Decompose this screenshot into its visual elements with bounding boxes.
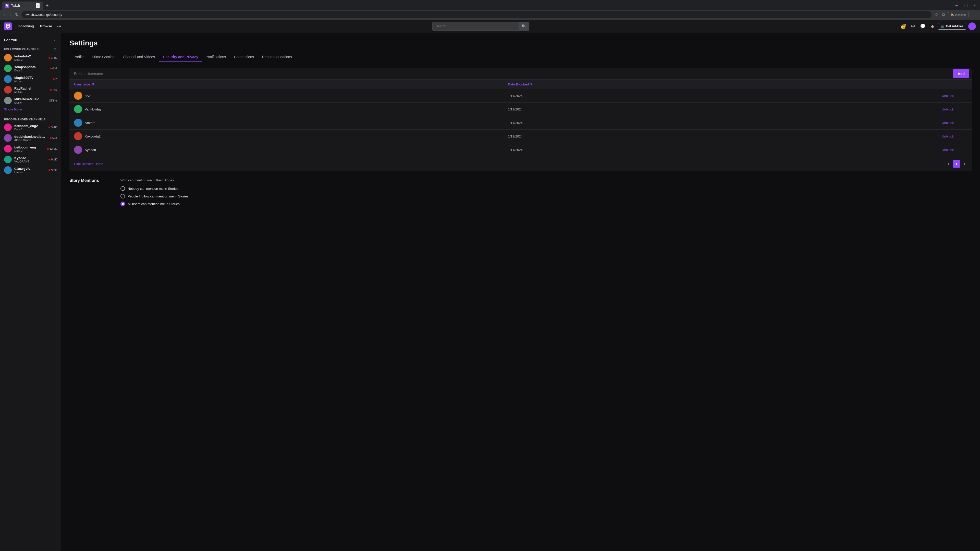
radio-item-following[interactable]: People I follow can mention me in Storie… bbox=[121, 194, 188, 198]
channel-avatar bbox=[4, 145, 12, 152]
show-more-button[interactable]: Show More bbox=[0, 106, 61, 113]
username-column-label: Username bbox=[74, 83, 90, 86]
tab-profile[interactable]: Profile bbox=[69, 52, 88, 62]
blocked-username: Kokodota2 bbox=[85, 135, 100, 138]
incognito-badge[interactable]: 🕵 Incognito bbox=[948, 12, 969, 17]
blocked-users-table: Username ⇕ Date Blocked ▾ nAts bbox=[69, 79, 972, 156]
blocked-user-avatar bbox=[74, 146, 82, 154]
sidebar-channel-item[interactable]: betboom_eng2 Dota 2 3.4K bbox=[0, 122, 61, 133]
blocked-users-section: Add Username ⇕ Date Blocked ▾ bbox=[69, 68, 972, 171]
refresh-button[interactable]: ↻ bbox=[14, 11, 19, 18]
action-cell: Unblock bbox=[942, 135, 967, 138]
channel-info: MikaRoseMusic Music bbox=[14, 97, 46, 104]
table-row: Amram 1/11/2024 Unblock bbox=[69, 116, 972, 129]
address-bar-input[interactable] bbox=[21, 11, 932, 18]
bookmark-button[interactable]: ☆ bbox=[934, 11, 939, 18]
radio-item-all[interactable]: All users can mention me in Stories bbox=[121, 202, 188, 206]
sidebar-channel-item[interactable]: Kyedae VALORANT 9.1K bbox=[0, 154, 61, 165]
tab-connections[interactable]: Connections bbox=[230, 52, 258, 62]
new-tab-button[interactable]: + bbox=[44, 2, 51, 10]
sidebar-channel-item[interactable]: Magic899TV Music 2 bbox=[0, 74, 61, 84]
channel-game: Albion Online bbox=[14, 138, 47, 141]
unblock-button[interactable]: Unblock bbox=[942, 135, 954, 138]
forward-button[interactable]: › bbox=[8, 11, 12, 18]
channel-avatar bbox=[4, 65, 12, 72]
add-blocked-user-button[interactable]: Add bbox=[953, 69, 969, 78]
previous-page-button[interactable]: ‹ bbox=[945, 160, 951, 167]
blocked-username: VanHoliday bbox=[85, 107, 102, 111]
sidebar-channel-item[interactable]: CDawgVA Lifeline 9.2K bbox=[0, 165, 61, 176]
followed-channels-header: FOLLOWED CHANNELS ⇅ bbox=[0, 45, 61, 52]
more-options-button[interactable]: ⋮ bbox=[971, 11, 977, 18]
close-window-button[interactable]: × bbox=[972, 2, 978, 9]
tab-security-and-privacy[interactable]: Security and Privacy bbox=[159, 52, 202, 62]
user-avatar[interactable] bbox=[968, 22, 976, 30]
app-header: Following Browse ••• 🔍 👑 ✉ 💬 ◆ 📺 Get Ad-… bbox=[0, 20, 980, 33]
sidebar-channel-item[interactable]: RayRachel Music 785 bbox=[0, 84, 61, 95]
get-ad-free-button[interactable]: 📺 Get Ad-Free bbox=[938, 23, 966, 30]
tab-favicon bbox=[5, 3, 9, 8]
radio-item-nobody[interactable]: Nobody can mention me in Stories bbox=[121, 186, 188, 191]
svg-rect-1 bbox=[8, 25, 9, 26]
sidebar-channel-item[interactable]: solapsapdota Dota 2 446 bbox=[0, 63, 61, 74]
current-page-button[interactable]: 1 bbox=[953, 160, 960, 168]
search-button[interactable]: 🔍 bbox=[519, 22, 529, 30]
user-cell: Sydeon bbox=[74, 146, 508, 154]
tab-notifications[interactable]: Notifications bbox=[202, 52, 230, 62]
sidebar-channel-item[interactable]: MikaRoseMusic Music Offline bbox=[0, 95, 61, 106]
browse-nav-button[interactable]: Browse bbox=[38, 23, 55, 30]
channel-avatar bbox=[4, 75, 12, 83]
unblock-button[interactable]: Unblock bbox=[942, 94, 954, 98]
username-input[interactable] bbox=[69, 68, 951, 79]
story-mentions-title: Story Mentions bbox=[69, 178, 110, 183]
notifications-button[interactable]: 💬 bbox=[918, 22, 927, 30]
date-blocked-cell: 1/11/2024 bbox=[508, 94, 942, 98]
channel-avatar bbox=[4, 124, 12, 131]
unblock-button[interactable]: Unblock bbox=[942, 148, 954, 152]
back-button[interactable]: ‹ bbox=[3, 11, 6, 18]
search-box: 🔍 bbox=[432, 22, 529, 30]
browser-tab[interactable]: Twitch × bbox=[2, 2, 43, 10]
tab-prime-gaming[interactable]: Prime Gaming bbox=[88, 52, 119, 62]
tab-bar: Twitch × + − ❐ × bbox=[0, 0, 980, 10]
hide-blocked-users-button[interactable]: Hide Blocked Users bbox=[74, 162, 103, 166]
more-nav-button[interactable]: ••• bbox=[56, 22, 63, 30]
channel-avatar bbox=[4, 166, 12, 174]
next-page-button[interactable]: › bbox=[962, 160, 967, 167]
crown-button[interactable]: ◆ bbox=[929, 22, 936, 30]
username-column-header[interactable]: Username ⇕ bbox=[74, 82, 508, 86]
radio-label-nobody: Nobody can mention me in Stories bbox=[127, 187, 178, 191]
channel-game: Dota 2 bbox=[14, 58, 46, 61]
channel-avatar bbox=[4, 156, 12, 163]
live-dot bbox=[48, 127, 50, 128]
channel-viewers: 3.4K bbox=[48, 56, 57, 59]
minimize-button[interactable]: − bbox=[953, 2, 959, 9]
following-nav-button[interactable]: Following bbox=[16, 23, 37, 30]
blocked-user-avatar bbox=[74, 105, 82, 113]
extension-button[interactable]: ⧉ bbox=[941, 11, 946, 18]
tab-close-button[interactable]: × bbox=[36, 3, 40, 8]
channel-name: betboom_eng2 bbox=[14, 124, 46, 128]
unblock-button[interactable]: Unblock bbox=[942, 121, 954, 125]
search-input[interactable] bbox=[433, 22, 519, 30]
blocked-username: nAts bbox=[85, 94, 91, 98]
channel-game: Dota 2 bbox=[14, 69, 47, 72]
channel-game: Music bbox=[14, 101, 46, 104]
sidebar-channel-item[interactable]: doublebacknvalbi... Albion Online 523 bbox=[0, 133, 61, 143]
channel-name: Kyedae bbox=[14, 156, 46, 160]
live-dot bbox=[50, 137, 52, 139]
maximize-button[interactable]: ❐ bbox=[962, 2, 969, 9]
date-column-header[interactable]: Date Blocked ▾ bbox=[508, 82, 942, 86]
sort-channels-button[interactable]: ⇅ bbox=[54, 47, 57, 51]
prime-button[interactable]: 👑 bbox=[899, 22, 907, 30]
channel-viewers: 446 bbox=[50, 67, 57, 70]
channel-info: RayRachel Music bbox=[14, 86, 47, 94]
sidebar-channel-item[interactable]: betboom_eng Dota 2 12.1K bbox=[0, 143, 61, 154]
tab-channel-and-videos[interactable]: Channel and Videos bbox=[119, 52, 159, 62]
sidebar-channel-item[interactable]: kukudota2 Dota 2 3.4K bbox=[0, 52, 61, 63]
collapse-sidebar-button[interactable]: ← bbox=[53, 38, 57, 42]
blocked-username: Amram bbox=[85, 121, 95, 125]
inbox-button[interactable]: ✉ bbox=[910, 22, 916, 30]
unblock-button[interactable]: Unblock bbox=[942, 107, 954, 111]
tab-recommendations[interactable]: Recommendations bbox=[258, 52, 296, 62]
